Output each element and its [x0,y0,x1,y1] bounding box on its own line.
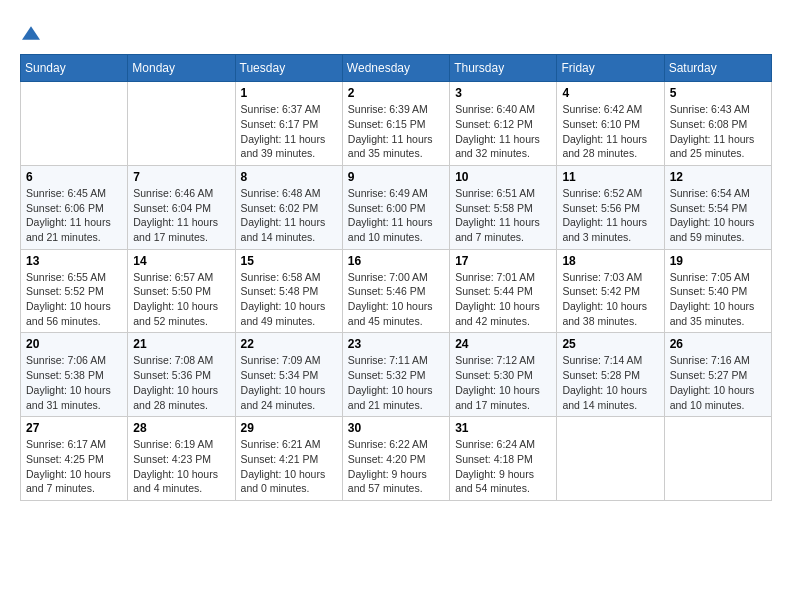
day-info: Sunrise: 6:43 AM Sunset: 6:08 PM Dayligh… [670,102,766,161]
day-number: 17 [455,254,551,268]
day-info: Sunrise: 6:39 AM Sunset: 6:15 PM Dayligh… [348,102,444,161]
day-number: 12 [670,170,766,184]
day-number: 30 [348,421,444,435]
day-number: 3 [455,86,551,100]
calendar-week-2: 6Sunrise: 6:45 AM Sunset: 6:06 PM Daylig… [21,165,772,249]
page-header [20,20,772,44]
day-info: Sunrise: 6:54 AM Sunset: 5:54 PM Dayligh… [670,186,766,245]
day-info: Sunrise: 7:16 AM Sunset: 5:27 PM Dayligh… [670,353,766,412]
calendar-table: SundayMondayTuesdayWednesdayThursdayFrid… [20,54,772,501]
day-info: Sunrise: 6:42 AM Sunset: 6:10 PM Dayligh… [562,102,658,161]
day-info: Sunrise: 6:40 AM Sunset: 6:12 PM Dayligh… [455,102,551,161]
calendar-cell: 12Sunrise: 6:54 AM Sunset: 5:54 PM Dayli… [664,165,771,249]
logo-area [20,20,40,44]
day-number: 26 [670,337,766,351]
calendar-week-3: 13Sunrise: 6:55 AM Sunset: 5:52 PM Dayli… [21,249,772,333]
calendar-cell: 6Sunrise: 6:45 AM Sunset: 6:06 PM Daylig… [21,165,128,249]
calendar-cell [21,82,128,166]
calendar-cell [557,417,664,501]
weekday-header-monday: Monday [128,55,235,82]
weekday-header-friday: Friday [557,55,664,82]
day-number: 28 [133,421,229,435]
calendar-week-1: 1Sunrise: 6:37 AM Sunset: 6:17 PM Daylig… [21,82,772,166]
calendar-cell [128,82,235,166]
calendar-week-4: 20Sunrise: 7:06 AM Sunset: 5:38 PM Dayli… [21,333,772,417]
day-number: 24 [455,337,551,351]
day-info: Sunrise: 7:09 AM Sunset: 5:34 PM Dayligh… [241,353,337,412]
calendar-cell: 10Sunrise: 6:51 AM Sunset: 5:58 PM Dayli… [450,165,557,249]
calendar-cell: 4Sunrise: 6:42 AM Sunset: 6:10 PM Daylig… [557,82,664,166]
calendar-header-row: SundayMondayTuesdayWednesdayThursdayFrid… [21,55,772,82]
day-number: 4 [562,86,658,100]
day-number: 11 [562,170,658,184]
day-info: Sunrise: 7:01 AM Sunset: 5:44 PM Dayligh… [455,270,551,329]
day-number: 22 [241,337,337,351]
calendar-cell: 28Sunrise: 6:19 AM Sunset: 4:23 PM Dayli… [128,417,235,501]
day-info: Sunrise: 7:12 AM Sunset: 5:30 PM Dayligh… [455,353,551,412]
day-info: Sunrise: 6:22 AM Sunset: 4:20 PM Dayligh… [348,437,444,496]
day-number: 25 [562,337,658,351]
day-number: 8 [241,170,337,184]
day-info: Sunrise: 6:49 AM Sunset: 6:00 PM Dayligh… [348,186,444,245]
calendar-cell: 17Sunrise: 7:01 AM Sunset: 5:44 PM Dayli… [450,249,557,333]
day-number: 21 [133,337,229,351]
day-number: 13 [26,254,122,268]
day-number: 10 [455,170,551,184]
calendar-cell [664,417,771,501]
day-info: Sunrise: 6:17 AM Sunset: 4:25 PM Dayligh… [26,437,122,496]
day-number: 14 [133,254,229,268]
day-info: Sunrise: 6:24 AM Sunset: 4:18 PM Dayligh… [455,437,551,496]
calendar-cell: 16Sunrise: 7:00 AM Sunset: 5:46 PM Dayli… [342,249,449,333]
svg-marker-0 [22,26,40,40]
day-info: Sunrise: 6:58 AM Sunset: 5:48 PM Dayligh… [241,270,337,329]
calendar-cell: 24Sunrise: 7:12 AM Sunset: 5:30 PM Dayli… [450,333,557,417]
day-info: Sunrise: 6:37 AM Sunset: 6:17 PM Dayligh… [241,102,337,161]
calendar-cell: 18Sunrise: 7:03 AM Sunset: 5:42 PM Dayli… [557,249,664,333]
calendar-cell: 30Sunrise: 6:22 AM Sunset: 4:20 PM Dayli… [342,417,449,501]
calendar-cell: 21Sunrise: 7:08 AM Sunset: 5:36 PM Dayli… [128,333,235,417]
weekday-header-tuesday: Tuesday [235,55,342,82]
calendar-cell: 27Sunrise: 6:17 AM Sunset: 4:25 PM Dayli… [21,417,128,501]
calendar-cell: 25Sunrise: 7:14 AM Sunset: 5:28 PM Dayli… [557,333,664,417]
day-number: 18 [562,254,658,268]
weekday-header-saturday: Saturday [664,55,771,82]
day-number: 29 [241,421,337,435]
calendar-cell: 8Sunrise: 6:48 AM Sunset: 6:02 PM Daylig… [235,165,342,249]
calendar-cell: 7Sunrise: 6:46 AM Sunset: 6:04 PM Daylig… [128,165,235,249]
day-info: Sunrise: 7:06 AM Sunset: 5:38 PM Dayligh… [26,353,122,412]
day-info: Sunrise: 7:11 AM Sunset: 5:32 PM Dayligh… [348,353,444,412]
day-info: Sunrise: 6:57 AM Sunset: 5:50 PM Dayligh… [133,270,229,329]
calendar-cell: 13Sunrise: 6:55 AM Sunset: 5:52 PM Dayli… [21,249,128,333]
day-info: Sunrise: 6:46 AM Sunset: 6:04 PM Dayligh… [133,186,229,245]
day-info: Sunrise: 7:00 AM Sunset: 5:46 PM Dayligh… [348,270,444,329]
day-number: 23 [348,337,444,351]
day-info: Sunrise: 7:03 AM Sunset: 5:42 PM Dayligh… [562,270,658,329]
day-info: Sunrise: 6:21 AM Sunset: 4:21 PM Dayligh… [241,437,337,496]
day-info: Sunrise: 6:45 AM Sunset: 6:06 PM Dayligh… [26,186,122,245]
day-info: Sunrise: 6:51 AM Sunset: 5:58 PM Dayligh… [455,186,551,245]
calendar-cell: 2Sunrise: 6:39 AM Sunset: 6:15 PM Daylig… [342,82,449,166]
calendar-cell: 29Sunrise: 6:21 AM Sunset: 4:21 PM Dayli… [235,417,342,501]
day-number: 16 [348,254,444,268]
day-info: Sunrise: 7:05 AM Sunset: 5:40 PM Dayligh… [670,270,766,329]
logo-text [20,20,40,44]
calendar-cell: 15Sunrise: 6:58 AM Sunset: 5:48 PM Dayli… [235,249,342,333]
calendar-cell: 11Sunrise: 6:52 AM Sunset: 5:56 PM Dayli… [557,165,664,249]
day-info: Sunrise: 7:08 AM Sunset: 5:36 PM Dayligh… [133,353,229,412]
weekday-header-wednesday: Wednesday [342,55,449,82]
calendar-cell: 14Sunrise: 6:57 AM Sunset: 5:50 PM Dayli… [128,249,235,333]
day-number: 20 [26,337,122,351]
calendar-cell: 19Sunrise: 7:05 AM Sunset: 5:40 PM Dayli… [664,249,771,333]
day-number: 1 [241,86,337,100]
calendar-cell: 23Sunrise: 7:11 AM Sunset: 5:32 PM Dayli… [342,333,449,417]
calendar-cell: 3Sunrise: 6:40 AM Sunset: 6:12 PM Daylig… [450,82,557,166]
calendar-cell: 20Sunrise: 7:06 AM Sunset: 5:38 PM Dayli… [21,333,128,417]
day-number: 27 [26,421,122,435]
day-info: Sunrise: 6:55 AM Sunset: 5:52 PM Dayligh… [26,270,122,329]
day-number: 6 [26,170,122,184]
calendar-cell: 31Sunrise: 6:24 AM Sunset: 4:18 PM Dayli… [450,417,557,501]
day-number: 31 [455,421,551,435]
day-number: 19 [670,254,766,268]
day-number: 15 [241,254,337,268]
calendar-cell: 22Sunrise: 7:09 AM Sunset: 5:34 PM Dayli… [235,333,342,417]
